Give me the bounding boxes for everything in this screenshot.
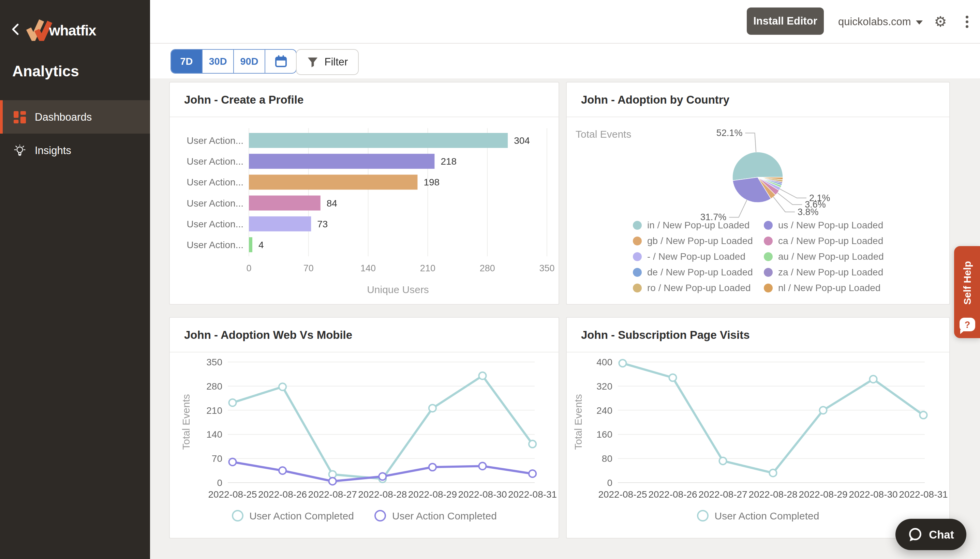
line-legend-item[interactable]: User Action Completed [374, 510, 497, 521]
pie-legend-item[interactable]: in / New Pop-up Loaded [633, 220, 764, 230]
calendar-icon [274, 55, 288, 68]
collapse-sidebar-icon[interactable] [10, 23, 23, 36]
sidebar-nav: Dashboards Insights [0, 100, 150, 167]
chat-button[interactable]: Chat [896, 519, 966, 550]
svg-text:350: 350 [539, 263, 555, 273]
chart-title: John - Create a Profile [184, 93, 303, 106]
legend-label: ro / New Pop-up Loaded [647, 282, 751, 293]
svg-text:2022-08-26: 2022-08-26 [648, 489, 697, 500]
legend-swatch-icon [633, 220, 642, 229]
insights-bulb-icon [14, 144, 26, 157]
card-create-a-profile: John - Create a Profile 070140210280350U… [169, 82, 559, 305]
svg-text:350: 350 [206, 357, 222, 367]
svg-text:User Action...: User Action... [187, 156, 243, 167]
card-adoption-web-vs-mobile: John - Adoption Web Vs Mobile 0701402102… [169, 317, 559, 539]
svg-text:User Action...: User Action... [187, 177, 243, 187]
account-dropdown[interactable]: quickolabs.com [838, 0, 923, 43]
range-30d-button[interactable]: 30D [202, 50, 234, 73]
legend-swatch-icon [764, 252, 773, 261]
chart-title: John - Adoption by Country [581, 93, 729, 106]
help-bubble-icon: ? [960, 318, 975, 331]
section-title: Analytics [12, 63, 79, 81]
card-subscription-page-visits: John - Subscription Page Visits 08016024… [566, 317, 950, 539]
svg-text:240: 240 [596, 405, 612, 416]
legend-ring-icon [697, 510, 709, 521]
svg-text:218: 218 [440, 156, 457, 167]
svg-text:2022-08-25: 2022-08-25 [208, 489, 257, 500]
chat-bubble-icon [908, 527, 923, 542]
legend-label: de / New Pop-up Loaded [647, 266, 753, 278]
svg-text:Total Events: Total Events [573, 394, 584, 450]
sidebar-item-dashboards[interactable]: Dashboards [0, 100, 150, 134]
line-chart-subscription-page-visits[interactable]: 0801602403204002022-08-252022-08-262022-… [567, 352, 949, 539]
line-legend[interactable]: User Action Completed [567, 510, 949, 521]
legend-swatch-icon [633, 236, 642, 245]
svg-text:User Action...: User Action... [187, 240, 243, 250]
pie-legend-item[interactable]: ca / New Pop-up Loaded [764, 235, 884, 246]
svg-text:280: 280 [206, 381, 222, 392]
legend-label: in / New Pop-up Loaded [647, 220, 750, 230]
sidebar-item-insights[interactable]: Insights [0, 134, 150, 167]
top-header: Install Editor quickolabs.com ⚙ [150, 0, 980, 44]
svg-text:2022-08-25: 2022-08-25 [598, 489, 647, 500]
line-legend-item[interactable]: User Action Completed [697, 510, 819, 521]
pie-chart-adoption-by-country[interactable]: 52.1%31.7%3.8%3.6%2.1% Total Events in /… [567, 117, 949, 305]
pie-legend[interactable]: in / New Pop-up Loadedus / New Pop-up Lo… [633, 220, 884, 293]
line-chart-adoption-web-vs-mobile[interactable]: 0701402102803502022-08-252022-08-262022-… [170, 352, 558, 539]
range-90d-button[interactable]: 90D [234, 50, 265, 73]
svg-text:0: 0 [217, 478, 222, 488]
pie-legend-item[interactable]: gb / New Pop-up Loaded [633, 235, 764, 246]
svg-text:2022-08-28: 2022-08-28 [358, 489, 407, 500]
svg-text:52.1%: 52.1% [717, 128, 743, 138]
pie-legend-item[interactable]: za / New Pop-up Loaded [764, 266, 884, 278]
range-7d-button[interactable]: 7D [171, 50, 202, 73]
svg-text:280: 280 [480, 263, 495, 273]
legend-label: User Action Completed [392, 510, 497, 521]
svg-text:80: 80 [602, 453, 612, 464]
pie-legend-item[interactable]: us / New Pop-up Loaded [764, 220, 884, 230]
install-editor-button[interactable]: Install Editor [747, 8, 824, 35]
legend-ring-icon [374, 510, 386, 521]
kebab-menu-icon[interactable] [962, 0, 972, 43]
legend-swatch-icon [764, 220, 773, 229]
legend-label: - / New Pop-up Loaded [647, 251, 745, 262]
svg-text:2022-08-31: 2022-08-31 [508, 489, 557, 500]
svg-text:140: 140 [361, 263, 376, 273]
card-adoption-by-country: John - Adoption by Country 52.1%31.7%3.8… [566, 82, 950, 305]
line-legend[interactable]: User Action CompletedUser Action Complet… [170, 510, 558, 521]
svg-text:User Action...: User Action... [187, 135, 243, 146]
legend-swatch-icon [764, 268, 773, 276]
legend-swatch-icon [633, 283, 642, 292]
svg-text:210: 210 [206, 405, 222, 416]
filter-button[interactable]: Filter [296, 49, 359, 75]
legend-label: User Action Completed [249, 510, 354, 521]
filter-button-label: Filter [324, 56, 348, 68]
legend-label: au / New Pop-up Loaded [778, 251, 884, 262]
chat-label: Chat [929, 528, 954, 541]
legend-label: gb / New Pop-up Loaded [647, 235, 753, 246]
pie-legend-item[interactable]: - / New Pop-up Loaded [633, 251, 764, 262]
settings-gear-icon[interactable]: ⚙ [932, 0, 949, 43]
self-help-tab[interactable]: Self Help ? [954, 246, 980, 338]
svg-text:Total Events: Total Events [180, 394, 192, 450]
chart-title: John - Adoption Web Vs Mobile [184, 328, 352, 341]
svg-text:140: 140 [206, 429, 222, 440]
bar-chart-create-a-profile[interactable]: 070140210280350User Action...304User Act… [170, 117, 558, 305]
sidebar-top: whatfix [0, 0, 150, 63]
legend-label: User Action Completed [715, 510, 819, 521]
svg-text:2022-08-30: 2022-08-30 [458, 489, 507, 500]
date-range-segmented-control: 7D 30D 90D [171, 49, 297, 74]
pie-legend-item[interactable]: ro / New Pop-up Loaded [633, 282, 764, 293]
svg-text:70: 70 [303, 263, 314, 273]
pie-legend-item[interactable]: de / New Pop-up Loaded [633, 266, 764, 278]
calendar-button[interactable] [265, 50, 296, 73]
legend-ring-icon [232, 510, 243, 521]
pie-legend-item[interactable]: nl / New Pop-up Loaded [764, 282, 884, 293]
svg-text:User Action...: User Action... [187, 219, 243, 229]
pie-legend-item[interactable]: au / New Pop-up Loaded [764, 251, 884, 262]
legend-swatch-icon [764, 283, 773, 292]
whatfix-logo: whatfix [25, 18, 96, 44]
svg-text:70: 70 [212, 453, 222, 464]
line-legend-item[interactable]: User Action Completed [232, 510, 354, 521]
dashboards-icon [14, 111, 26, 123]
